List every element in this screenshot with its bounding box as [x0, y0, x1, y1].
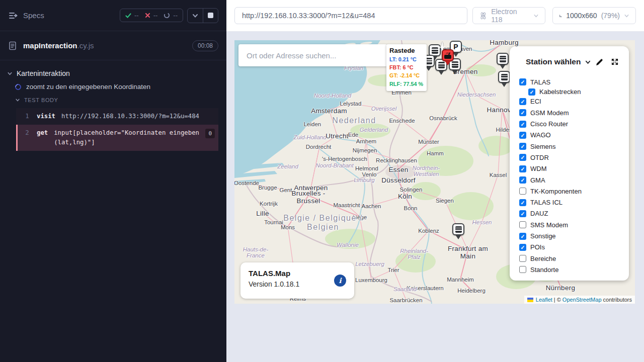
station-filter-item[interactable]: ✓TALAS ICL	[519, 197, 625, 208]
station-filter-item[interactable]: ✓TALAS	[519, 76, 625, 87]
command-row[interactable]: 2getinput[placeholder="Koordinaten einge…	[16, 125, 218, 151]
station-select-label[interactable]: Station wählen	[526, 57, 581, 66]
stop-icon	[208, 13, 213, 18]
suite-row[interactable]: Karteninteraktion	[0, 67, 226, 79]
browser-selector[interactable]: Electron 118	[472, 7, 545, 24]
tooltip-title: Rastede	[389, 47, 424, 54]
station-panel: Station wählen	[510, 46, 629, 281]
checkbox[interactable]	[519, 221, 526, 228]
station-filter-item[interactable]: ✓POIs	[519, 242, 625, 253]
station-filter-item[interactable]: ✓ECI	[519, 96, 625, 107]
station-tooltip: Rastede LT: 0.21 °CFBT: 6 °CGT: -2.14 °C…	[386, 44, 427, 91]
aut-header: http://192.168.10.33:3000/?m=12&u=484 El…	[226, 0, 644, 32]
station-filter-item[interactable]: ✓GMA	[519, 174, 625, 186]
checkbox[interactable]	[519, 266, 526, 273]
checkbox[interactable]: ✓	[519, 98, 526, 105]
tooltip-value-row: FBT: 6 °C	[389, 63, 424, 71]
station-filter-label: Sonstige	[530, 232, 556, 240]
checkbox[interactable]: ✓	[519, 176, 526, 184]
station-filter-item[interactable]: ✓DAUZ	[519, 208, 625, 219]
station-filter-item[interactable]: TK-Komponenten	[519, 186, 625, 197]
rack-icon	[432, 47, 438, 54]
info-icon[interactable]: i	[334, 275, 346, 287]
browser-label: Electron 118	[491, 8, 529, 24]
checkbox[interactable]: ✓	[519, 143, 526, 150]
command-row[interactable]: 1visithttp://192.168.10.33:3000/?m=12&u=…	[16, 108, 218, 125]
station-marker-icon[interactable]	[498, 71, 510, 87]
station-filter-item[interactable]: ✓WAGO	[519, 130, 625, 141]
checkbox[interactable]: ✓	[519, 121, 526, 128]
station-filter-label: DAUZ	[530, 210, 548, 217]
checkbox[interactable]: ✓	[519, 233, 526, 240]
station-filter-label: Siemens	[530, 143, 556, 150]
specs-list-icon[interactable]	[8, 11, 18, 21]
viewport-size: 1000x660	[566, 12, 597, 20]
tooltip-value-row: RLF: 77.54 %	[389, 80, 424, 88]
station-marker-icon[interactable]	[452, 223, 464, 239]
alert-station-marker-icon[interactable]	[442, 49, 454, 65]
viewport-info[interactable]: 1000x660 (79%)	[552, 7, 636, 24]
checkbox[interactable]: ✓	[519, 210, 526, 217]
app-version: Version 1.0.18.1	[249, 280, 346, 288]
passed-check-icon	[125, 13, 131, 19]
failed-x-icon	[145, 13, 150, 18]
sidebar-header: Specs -- --	[0, 0, 226, 31]
station-filter-item[interactable]: ✓WDM	[519, 163, 625, 174]
spec-duration-badge: 00:08	[192, 40, 218, 51]
station-filter-label: GMA	[530, 176, 545, 184]
url-bar[interactable]: http://192.168.10.33:3000/?m=12&u=484	[234, 7, 467, 24]
checkbox[interactable]: ✓	[519, 132, 526, 139]
chevron-down-icon[interactable]	[585, 59, 591, 65]
checkbox[interactable]	[519, 188, 526, 195]
marker-tail	[445, 61, 451, 65]
station-filter-item[interactable]: Bereiche	[519, 253, 625, 264]
expand-fullscreen-icon[interactable]	[611, 58, 619, 66]
command-method: visit	[37, 112, 55, 121]
checkbox[interactable]: ✓	[528, 88, 535, 96]
test-body-section[interactable]: TEST BODY	[0, 94, 226, 106]
map-search-input[interactable]	[247, 51, 379, 60]
collapse-all-button[interactable]	[188, 9, 203, 23]
runner-controls	[187, 8, 218, 23]
checkbox[interactable]: ✓	[519, 78, 526, 85]
station-filter-item[interactable]: Standorte	[519, 264, 625, 275]
station-filter-list: ✓TALAS✓Kabelstrecken✓ECI✓GSM Modem✓Cisco…	[519, 76, 625, 276]
checkbox[interactable]: ✓	[519, 154, 526, 161]
station-filter-item[interactable]: SMS Modem	[519, 219, 625, 230]
checkbox[interactable]: ✓	[519, 109, 526, 116]
station-filter-item[interactable]: ✓OTDR	[519, 152, 625, 163]
marker-head	[497, 53, 509, 65]
test-row[interactable]: zoomt zu den eingegebenen Koordinaten	[0, 79, 226, 94]
checkbox[interactable]: ✓	[519, 165, 526, 172]
edit-pencil-icon[interactable]	[595, 58, 604, 66]
tooltip-value-row: GT: -2.14 °C	[389, 71, 424, 79]
station-filter-label: TALAS	[530, 78, 550, 86]
url-text: http://192.168.10.33:3000/?m=12&u=484	[242, 12, 375, 20]
station-filter-label: Cisco Router	[530, 120, 568, 128]
station-filter-label: Standorte	[530, 266, 558, 274]
command-number: 2	[22, 128, 33, 147]
checkbox[interactable]: ✓	[519, 199, 526, 206]
station-marker-icon[interactable]	[497, 53, 509, 69]
leaflet-map[interactable]: HamburgBremerhavenBremenNiedersachsenHan…	[234, 40, 635, 304]
osm-link[interactable]: OpenStreetMap	[562, 297, 602, 303]
station-filter-label: WDM	[530, 165, 547, 172]
electron-icon	[479, 12, 488, 20]
station-filter-item[interactable]: ✓Sonstige	[519, 230, 625, 241]
checkbox[interactable]	[519, 255, 526, 262]
marker-tail	[501, 82, 507, 87]
station-filter-item[interactable]: ✓GSM Modem	[519, 107, 625, 118]
rack-icon	[455, 226, 462, 233]
station-filter-item[interactable]: ✓Cisco Router	[519, 118, 625, 129]
map-search-box[interactable]	[238, 44, 387, 66]
station-filter-label: Kabelstrecken	[539, 88, 581, 96]
stop-button[interactable]	[203, 9, 218, 23]
station-filter-label: SMS Modem	[530, 221, 568, 229]
leaflet-link[interactable]: Leaflet	[536, 297, 552, 303]
station-filter-item[interactable]: ✓Siemens	[519, 141, 625, 152]
station-panel-header: Station wählen	[510, 46, 629, 66]
spec-file-row[interactable]: mapInteraction.cy.js 00:08	[0, 31, 226, 60]
specs-title: Specs	[23, 11, 44, 20]
station-filter-item[interactable]: ✓Kabelstrecken	[519, 87, 625, 96]
checkbox[interactable]: ✓	[519, 244, 526, 251]
